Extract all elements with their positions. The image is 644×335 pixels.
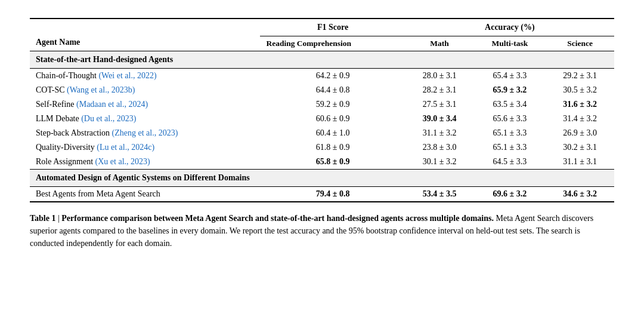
table-caption: Table 1 | Performance comparison between…: [30, 212, 614, 250]
science-cell: 31.4 ± 3.2: [546, 112, 614, 126]
table-row: Quality-Diversity (Lu et al., 2024c)61.8…: [30, 140, 614, 155]
agent-name-cell: Self-Refine (Madaan et al., 2024): [30, 97, 260, 112]
math-cell: 31.1 ± 3.2: [405, 126, 474, 140]
agent-name-cell: COT-SC (Wang et al., 2023b): [30, 83, 260, 97]
caption-bold: Performance comparison between Meta Agen…: [61, 214, 494, 223]
math-cell: 30.1 ± 3.2: [405, 155, 474, 170]
table-body: State-of-the-art Hand-designed AgentsCha…: [30, 51, 614, 202]
section-header-row: State-of-the-art Hand-designed Agents: [30, 51, 614, 69]
math-cell: 39.0 ± 3.4: [405, 112, 474, 126]
reading-cell: 79.4 ± 0.8: [260, 187, 405, 202]
col-math-header: Math: [405, 36, 474, 51]
science-cell: 29.2 ± 3.1: [546, 69, 614, 84]
reading-cell: 64.4 ± 0.8: [260, 83, 405, 97]
science-cell: 34.6 ± 3.2: [546, 187, 614, 202]
reading-cell: 65.8 ± 0.9: [260, 155, 405, 170]
section-header-row: Automated Design of Agentic Systems on D…: [30, 170, 614, 187]
agent-name-cell: LLM Debate (Du et al., 2023): [30, 112, 260, 126]
science-cell: 31.6 ± 3.2: [546, 97, 614, 112]
math-cell: 27.5 ± 3.1: [405, 97, 474, 112]
multitask-cell: 65.4 ± 3.3: [473, 69, 546, 84]
table-row: Step-back Abstraction (Zheng et al., 202…: [30, 126, 614, 140]
f1-score-header: F1 Score: [260, 19, 405, 36]
reading-cell: 60.4 ± 1.0: [260, 126, 405, 140]
multitask-cell: 65.1 ± 3.3: [473, 126, 546, 140]
col-science-header: Science: [546, 36, 614, 51]
multitask-cell: 69.6 ± 3.2: [473, 187, 546, 202]
multitask-cell: 65.1 ± 3.3: [473, 140, 546, 155]
table-row: Best Agents from Meta Agent Search79.4 ±…: [30, 187, 614, 202]
math-cell: 53.4 ± 3.5: [405, 187, 474, 202]
math-cell: 23.8 ± 3.0: [405, 140, 474, 155]
table-row: Self-Refine (Madaan et al., 2024)59.2 ± …: [30, 97, 614, 112]
col-multitask-header: Multi-task: [473, 36, 546, 51]
multitask-cell: 65.9 ± 3.2: [473, 83, 546, 97]
science-cell: 30.2 ± 3.1: [546, 140, 614, 155]
agent-name-header: Agent Name: [30, 19, 260, 51]
caption-label: Table 1: [30, 214, 55, 223]
science-cell: 31.1 ± 3.1: [546, 155, 614, 170]
col-reading-header: Reading Comprehension: [260, 36, 405, 51]
reading-cell: 61.8 ± 0.9: [260, 140, 405, 155]
reading-cell: 60.6 ± 0.9: [260, 112, 405, 126]
agent-name-cell: Role Assignment (Xu et al., 2023): [30, 155, 260, 170]
agent-name-cell: Best Agents from Meta Agent Search: [30, 187, 260, 202]
multitask-cell: 64.5 ± 3.3: [473, 155, 546, 170]
results-table: Agent Name F1 Score Accuracy (%) Reading…: [30, 18, 614, 202]
math-cell: 28.2 ± 3.1: [405, 83, 474, 97]
table-container: Agent Name F1 Score Accuracy (%) Reading…: [30, 18, 614, 250]
caption-separator: |: [55, 214, 61, 223]
reading-cell: 59.2 ± 0.9: [260, 97, 405, 112]
science-cell: 26.9 ± 3.0: [546, 126, 614, 140]
agent-name-cell: Quality-Diversity (Lu et al., 2024c): [30, 140, 260, 155]
table-row: LLM Debate (Du et al., 2023)60.6 ± 0.939…: [30, 112, 614, 126]
science-cell: 30.5 ± 3.2: [546, 83, 614, 97]
math-cell: 28.0 ± 3.1: [405, 69, 474, 84]
table-row: Role Assignment (Xu et al., 2023)65.8 ± …: [30, 155, 614, 170]
table-row: Chain-of-Thought (Wei et al., 2022)64.2 …: [30, 69, 614, 84]
multitask-cell: 63.5 ± 3.4: [473, 97, 546, 112]
table-row: COT-SC (Wang et al., 2023b)64.4 ± 0.828.…: [30, 83, 614, 97]
accuracy-header: Accuracy (%): [405, 19, 614, 36]
reading-cell: 64.2 ± 0.9: [260, 69, 405, 84]
agent-name-cell: Chain-of-Thought (Wei et al., 2022): [30, 69, 260, 84]
multitask-cell: 65.6 ± 3.3: [473, 112, 546, 126]
agent-name-cell: Step-back Abstraction (Zheng et al., 202…: [30, 126, 260, 140]
